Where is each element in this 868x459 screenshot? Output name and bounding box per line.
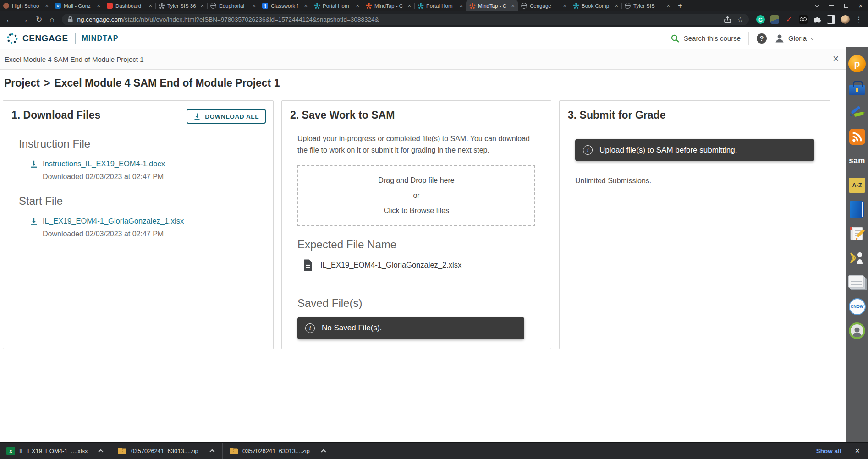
- search-icon: [670, 34, 680, 43]
- browser-tab[interactable]: High Schoo ×: [0, 0, 52, 11]
- window-restore-button[interactable]: [839, 0, 853, 11]
- extensions-puzzle-icon[interactable]: [813, 16, 821, 24]
- browser-tab[interactable]: Cengage ×: [518, 0, 570, 11]
- instruction-file-group: Instruction File Instructions_IL_EX19_EO…: [3, 137, 273, 181]
- help-icon[interactable]: ?: [757, 33, 767, 44]
- sam-label: sam: [849, 156, 865, 165]
- sidepanel-icon[interactable]: [827, 15, 835, 24]
- tab-close-icon[interactable]: ×: [304, 3, 308, 9]
- download-item-xlsx[interactable]: x IL_EX19_EOM4-1_....xlsx: [0, 443, 111, 459]
- tab-close-icon[interactable]: ×: [459, 3, 463, 9]
- flashcards-icon[interactable]: [848, 273, 866, 291]
- browser-tab[interactable]: Eduphorial ×: [207, 0, 259, 11]
- dictionary-icon[interactable]: A-Z: [848, 176, 866, 194]
- ebook-icon[interactable]: [848, 200, 866, 219]
- tab-close-icon[interactable]: ×: [563, 3, 566, 9]
- downloads-bar-close-icon[interactable]: ×: [855, 446, 860, 456]
- browser-tab[interactable]: Book Comp ×: [570, 0, 621, 11]
- breadcrumb-root[interactable]: Project: [4, 77, 40, 89]
- browser-tab[interactable]: Portal Hom ×: [414, 0, 466, 11]
- download-panel-heading: 1. Download Files: [11, 109, 100, 121]
- tab-close-icon[interactable]: ×: [511, 3, 515, 9]
- tab-title: Book Comp: [582, 3, 612, 9]
- brand-cengage: CENGAGE: [22, 33, 68, 44]
- text-to-speech-icon[interactable]: [848, 249, 866, 267]
- study-tools-icon[interactable]: [848, 103, 866, 121]
- goggles-extension-icon[interactable]: [799, 15, 808, 24]
- browser-tab-active[interactable]: MindTap - C ×: [466, 0, 518, 11]
- tab-title: High Schoo: [12, 3, 42, 9]
- new-tab-button[interactable]: +: [673, 0, 687, 11]
- address-bar[interactable]: ng.cengage.com/static/nb/ui/evo/index.ht…: [62, 14, 749, 25]
- download-all-button[interactable]: DOWNLOAD ALL: [187, 109, 266, 124]
- zip-folder-icon: [118, 447, 127, 454]
- tab-close-icon[interactable]: ×: [407, 3, 411, 9]
- excel-file-icon: x: [6, 447, 15, 455]
- instruction-file-link[interactable]: Instructions_IL_EX19_EOM4-1.docx: [43, 159, 165, 168]
- home-icon[interactable]: ⌂: [49, 16, 54, 23]
- rss-feed-icon[interactable]: [848, 127, 866, 146]
- browser-profile-avatar[interactable]: [841, 15, 850, 24]
- tab-close-icon[interactable]: ×: [252, 3, 256, 9]
- notebook-icon[interactable]: [848, 224, 866, 243]
- tab-close-icon[interactable]: ×: [97, 3, 100, 9]
- tab-search-icon[interactable]: [809, 0, 824, 11]
- tab-close-icon[interactable]: ×: [615, 3, 618, 9]
- profile-app-icon[interactable]: p: [848, 55, 866, 73]
- download-item-zip[interactable]: 0357026241_63013....zip: [223, 443, 334, 459]
- browser-tab[interactable]: Dashboard ×: [104, 0, 155, 11]
- activity-close-icon[interactable]: ×: [833, 54, 839, 64]
- tab-close-icon[interactable]: ×: [200, 3, 204, 9]
- chevron-down-icon: [810, 36, 814, 39]
- upload-before-submit-toast: i Upload file(s) to SAM before submittin…: [575, 139, 814, 161]
- browser-tab[interactable]: Tyler SIS ×: [621, 0, 673, 11]
- todo-extension-icon[interactable]: ✓: [785, 15, 793, 24]
- browser-tab[interactable]: o Mail - Gonz ×: [52, 0, 104, 11]
- user-menu[interactable]: Gloria: [775, 33, 813, 44]
- download-all-label: DOWNLOAD ALL: [205, 113, 259, 120]
- progress-avatar-icon[interactable]: [848, 322, 866, 340]
- cnow-icon[interactable]: CNOW: [848, 297, 866, 316]
- tab-close-icon[interactable]: ×: [148, 3, 152, 9]
- dropzone-line2: or: [413, 191, 419, 200]
- globe-favicon-icon: [521, 3, 527, 9]
- show-all-downloads-link[interactable]: Show all: [816, 448, 841, 454]
- dropzone-browse-link[interactable]: Click to Browse files: [384, 207, 449, 215]
- screenshot-extension-icon[interactable]: [770, 15, 779, 24]
- forward-icon[interactable]: →: [21, 16, 28, 23]
- downloads-bar: x IL_EX19_EOM4-1_....xlsx 0357026241_630…: [0, 442, 868, 459]
- chevron-up-icon[interactable]: [98, 449, 103, 454]
- window-close-button[interactable]: ×: [853, 0, 868, 11]
- share-icon[interactable]: [724, 16, 731, 23]
- browser-menu-icon[interactable]: ⋮: [855, 15, 863, 24]
- browser-tab[interactable]: Portal Hom ×: [311, 0, 363, 11]
- download-item-zip[interactable]: 0357026241_63013....zip: [111, 443, 223, 459]
- course-search[interactable]: Search this course: [670, 34, 741, 43]
- tab-close-icon[interactable]: ×: [45, 3, 49, 9]
- reload-icon[interactable]: ↻: [36, 16, 42, 23]
- start-file-link[interactable]: IL_EX19_EOM4-1_GloriaGonzalez_1.xlsx: [43, 217, 184, 225]
- tab-close-icon[interactable]: ×: [356, 3, 359, 9]
- tab-title: Mail - Gonz: [64, 3, 94, 9]
- sam-app-icon[interactable]: sam: [848, 152, 866, 170]
- omnibox-actions: ☆: [724, 16, 743, 24]
- tab-title: Cengage: [530, 3, 560, 9]
- browser-tab[interactable]: Classwork f ×: [259, 0, 311, 11]
- dropzone-line1: Drag and Drop file here: [378, 176, 454, 185]
- chevron-up-icon[interactable]: [321, 449, 326, 454]
- download-item-label: 0357026241_63013....zip: [131, 448, 207, 454]
- tab-close-icon[interactable]: ×: [666, 3, 670, 9]
- window-minimize-button[interactable]: [824, 0, 839, 11]
- tab-title: MindTap - C: [374, 3, 405, 9]
- browser-tab[interactable]: MindTap - C ×: [363, 0, 414, 11]
- globe-favicon-icon: [210, 3, 216, 9]
- grammarly-extension-icon[interactable]: G: [756, 15, 765, 24]
- browser-tab[interactable]: Tyler SIS 36 ×: [155, 0, 207, 11]
- toolbox-icon[interactable]: [848, 79, 866, 97]
- bookmark-star-icon[interactable]: ☆: [737, 16, 743, 24]
- tab-title: Classwork f: [271, 3, 301, 9]
- chevron-up-icon[interactable]: [209, 449, 214, 454]
- file-dropzone[interactable]: Drag and Drop file here or Click to Brow…: [297, 165, 535, 226]
- instruction-file-status: Downloaded 02/03/2023 at 02:47 PM: [43, 173, 273, 181]
- back-icon[interactable]: ←: [5, 16, 13, 23]
